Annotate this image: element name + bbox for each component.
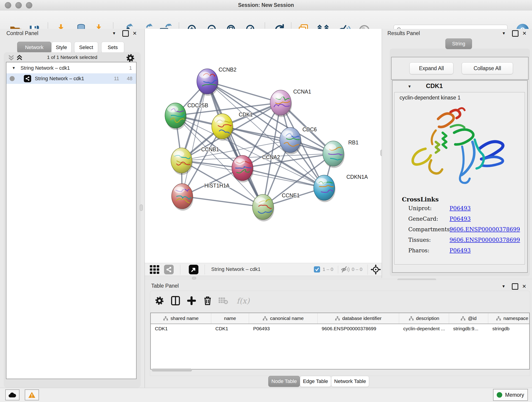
table-cell[interactable]: cyclin-dependent ...	[399, 324, 449, 334]
crosslink-row: GeneCard:P06493	[408, 216, 523, 226]
delete-table-icon[interactable]	[217, 294, 230, 307]
network-tab-body: 1 of 1 Network selected ▼ String Network…	[4, 52, 141, 388]
grid-view-icon[interactable]	[149, 265, 160, 274]
create-column-icon[interactable]	[185, 294, 198, 307]
network-node-ccnb2[interactable]: CCNB2	[197, 67, 236, 96]
network-row-selected[interactable]: String Network – cdk1 11 48	[6, 73, 136, 84]
memory-status-button[interactable]: Memory	[493, 389, 528, 401]
tab-style[interactable]: Style	[51, 42, 71, 53]
hidden-count: 0 – 0	[352, 267, 362, 272]
node-label: CCNB2	[219, 67, 236, 73]
close-panel-icon[interactable]: ✕	[130, 29, 139, 38]
status-bar: Memory	[0, 388, 532, 402]
control-panel: Control Panel ▼ ✕ Network Style Select S…	[0, 29, 145, 388]
node-label: RB1	[348, 140, 359, 146]
crosslink-link[interactable]: P06493	[450, 247, 471, 254]
current-network-name: String Network – cdk1	[211, 266, 260, 272]
tab-string[interactable]: String	[445, 38, 472, 49]
node-label: CDC25B	[187, 102, 208, 108]
panel-menu-icon[interactable]: ▼	[499, 29, 508, 38]
node-table[interactable]: shared namenamecanonical namedatabase id…	[150, 313, 530, 370]
string-network-graph[interactable]: CCNB2CCNA1CDC25BCDK1CDC6RB1CCNB1CCNA2CDK…	[145, 29, 382, 263]
collection-expander-icon[interactable]: ▼	[12, 66, 16, 70]
close-panel-icon[interactable]: ✕	[520, 282, 529, 291]
delete-column-icon[interactable]	[201, 294, 214, 307]
hidden-elements-icon[interactable]	[341, 266, 350, 273]
network-node-cdkn1a[interactable]: CDKN1A	[314, 174, 368, 202]
collapse-gene-icon[interactable]: ▼	[408, 84, 412, 89]
column-header-name[interactable]: name	[211, 313, 249, 324]
node-label: CDKN1A	[346, 174, 368, 180]
control-splitter-handle[interactable]	[140, 204, 143, 211]
column-header-namespace[interactable]: namespace	[488, 313, 530, 324]
gene-header[interactable]: ▼ CDK1	[393, 81, 527, 92]
toolbar-separator	[367, 264, 368, 274]
network-edge[interactable]	[182, 196, 263, 207]
close-panel-icon[interactable]: ✕	[520, 29, 529, 38]
warnings-icon[interactable]	[25, 389, 39, 400]
crosslink-link[interactable]: 9606.ENSP00000378699	[450, 237, 520, 243]
crosslink-label: GeneCard:	[408, 216, 438, 222]
tab-sets[interactable]: Sets	[101, 42, 124, 53]
gene-details: cyclin-dependent kinase 1	[394, 92, 525, 264]
table-cell[interactable]: CDK1	[151, 324, 211, 334]
float-panel-icon[interactable]	[121, 29, 130, 38]
table-cell[interactable]: stringdb	[488, 324, 530, 334]
cloud-status-icon[interactable]	[5, 389, 19, 400]
column-label: shared name	[171, 316, 199, 321]
crosslink-row: Pharos:P06493	[408, 247, 523, 258]
network-view-toolbar: String Network – cdk1 1 – 0 0 – 0	[145, 263, 382, 276]
tab-network[interactable]: Network	[17, 42, 51, 53]
table-hscrollbar-thumb[interactable]	[152, 369, 192, 371]
splitter-handle[interactable]	[192, 277, 196, 279]
network-canvas[interactable]: CCNB2CCNA1CDC25BCDK1CDC6RB1CCNB1CCNA2CDK…	[145, 29, 382, 263]
network-node-ccna2[interactable]: CCNA2	[232, 154, 280, 182]
float-panel-icon[interactable]	[511, 29, 520, 38]
tab-node-table[interactable]: Node Table	[268, 376, 300, 387]
collapse-all-button[interactable]: Collapse All	[462, 62, 513, 74]
show-columns-icon[interactable]	[169, 294, 182, 307]
table-cell[interactable]: stringdb:9...	[449, 324, 488, 334]
toolbar-separator	[180, 264, 180, 274]
column-header--id[interactable]: @id	[449, 313, 488, 324]
crosslink-link[interactable]: P06493	[450, 205, 471, 211]
panel-menu-icon[interactable]: ▼	[499, 282, 508, 291]
selected-nodes-checkbox-icon[interactable]	[314, 266, 320, 273]
network-options-gear-icon[interactable]	[126, 54, 135, 62]
memory-ok-icon	[497, 392, 502, 398]
tab-network-table[interactable]: Network Table	[331, 376, 369, 387]
network-type-icon[interactable]	[164, 265, 174, 274]
open-in-new-window-icon[interactable]	[189, 265, 198, 274]
float-panel-icon[interactable]	[510, 282, 520, 291]
network-node-ccnb1[interactable]: CCNB1	[171, 147, 219, 175]
network-node-cdc25b[interactable]: CDC25B	[165, 102, 208, 130]
table-cell[interactable]: P06493	[249, 324, 317, 334]
table-panel: Table Panel ▼ ✕	[145, 280, 532, 388]
network-edge[interactable]	[182, 81, 207, 196]
network-node-rb1[interactable]: RB1	[323, 140, 359, 168]
function-builder-icon[interactable]: f(x)	[233, 294, 253, 307]
string-network-icon	[24, 75, 31, 82]
tab-select[interactable]: Select	[74, 42, 98, 53]
column-header-description[interactable]: description	[399, 313, 449, 324]
table-panel-title: Table Panel	[151, 283, 179, 289]
column-header-database-identifier[interactable]: database identifier	[317, 313, 399, 324]
panel-menu-icon[interactable]: ▼	[109, 29, 119, 38]
table-options-gear-icon[interactable]	[153, 294, 166, 307]
crosslink-label: Compartments:	[408, 226, 452, 233]
node-label: CCNB1	[201, 147, 219, 153]
network-node-hist1h1a[interactable]: HIST1H1A	[172, 183, 230, 211]
selected-count: 1 – 0	[323, 267, 333, 272]
node-count: 11	[114, 76, 119, 82]
toolbar-separator	[338, 266, 338, 274]
table-cell[interactable]: CDK1	[211, 324, 249, 334]
column-header-shared-name[interactable]: shared name	[151, 313, 211, 324]
network-collection-row[interactable]: ▼ String Network – cdk1 1	[6, 63, 136, 73]
crosslink-link[interactable]: 9606.ENSP00000378699	[450, 226, 520, 233]
column-header-canonical-name[interactable]: canonical name	[249, 313, 317, 324]
tab-edge-table[interactable]: Edge Table	[300, 376, 331, 387]
crosslink-link[interactable]: P06493	[450, 216, 471, 222]
birds-eye-view-icon[interactable]	[371, 264, 381, 274]
table-cell[interactable]: 9606.ENSP00000378699	[317, 324, 399, 334]
expand-all-button[interactable]: Expand All	[409, 62, 453, 74]
